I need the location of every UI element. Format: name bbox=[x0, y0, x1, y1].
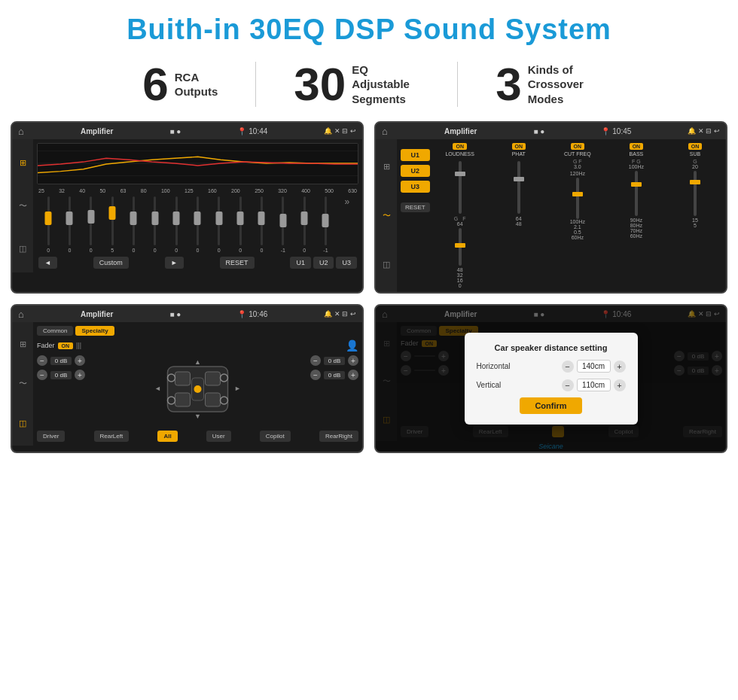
vol-row-2: − 0 dB + bbox=[37, 370, 85, 380]
all-btn[interactable]: All bbox=[157, 431, 177, 442]
action-icons-3: 🔔 ✕ ⊟ ↩ bbox=[324, 310, 356, 318]
fader-tabs: Common Specialty bbox=[37, 326, 358, 336]
vol-plus-4[interactable]: + bbox=[348, 370, 358, 380]
vertical-row: Vertical − 110cm + bbox=[477, 379, 626, 391]
eq-graph bbox=[37, 143, 358, 184]
sidebar-icon-eq[interactable]: ⊞ bbox=[381, 160, 392, 174]
vol-row-1: − 0 dB + bbox=[37, 355, 85, 366]
reset-crossover[interactable]: RESET bbox=[401, 202, 430, 212]
vol-plus-1[interactable]: + bbox=[75, 355, 85, 366]
vertical-minus[interactable]: − bbox=[562, 379, 574, 391]
vertical-label: Vertical bbox=[477, 381, 502, 389]
u3-btn-1[interactable]: U3 bbox=[336, 257, 357, 269]
stat-rca: 6 RCAOutputs bbox=[105, 61, 255, 108]
status-3: 📍 10:46 bbox=[237, 310, 267, 318]
driver-btn[interactable]: Driver bbox=[37, 431, 65, 442]
screens-grid: ⌂ Amplifier ■ ● 📍 10:44 🔔 ✕ ⊟ ↩ ⊞ 〜 ◫ bbox=[0, 121, 738, 461]
screen-dialog: ⌂ Amplifier ■ ● 📍 10:46 🔔 ✕ ⊟ ↩ ⊞ 〜 ◫ Co… bbox=[374, 304, 727, 453]
vol-val-3: 0 dB bbox=[324, 357, 345, 365]
sidebar-icon-speaker2[interactable]: ◫ bbox=[380, 257, 392, 272]
vol-plus-3[interactable]: + bbox=[348, 355, 358, 366]
play-btn[interactable]: ► bbox=[165, 257, 184, 269]
horizontal-label: Horizontal bbox=[477, 362, 511, 370]
stat-crossover: 3 Kinds ofCrossover Modes bbox=[458, 61, 633, 108]
loudness-label: LOUDNESS bbox=[445, 151, 474, 157]
status-1: 📍 10:44 bbox=[237, 127, 267, 135]
horizontal-row: Horizontal − 140cm + bbox=[477, 360, 626, 373]
user-icon[interactable]: 👤 bbox=[346, 339, 358, 352]
tab-specialty[interactable]: Specialty bbox=[75, 326, 114, 336]
sidebar-icon-f3[interactable]: ◫ bbox=[17, 416, 29, 431]
custom-mode-btn[interactable]: Custom bbox=[93, 257, 129, 269]
svg-text:◄: ◄ bbox=[154, 385, 161, 392]
dialog-overlay: Car speaker distance setting Horizontal … bbox=[376, 306, 726, 452]
home-icon-2[interactable]: ⌂ bbox=[382, 126, 388, 137]
cutfreq-on[interactable]: ON bbox=[571, 143, 585, 150]
bass-on[interactable]: ON bbox=[630, 143, 644, 150]
sidebar-icon-wave2[interactable]: 〜 bbox=[380, 208, 393, 224]
app-title-2: Amplifier bbox=[444, 127, 477, 135]
vol-plus-2[interactable]: + bbox=[75, 370, 85, 380]
vol-minus-2[interactable]: − bbox=[37, 370, 47, 380]
horizontal-controls: − 140cm + bbox=[562, 360, 626, 373]
loudness-on[interactable]: ON bbox=[453, 143, 467, 150]
svg-text:▼: ▼ bbox=[194, 412, 201, 420]
stat-label-eq: EQ AdjustableSegments bbox=[352, 62, 419, 107]
u2-select[interactable]: U2 bbox=[401, 165, 430, 177]
reset-btn-1[interactable]: RESET bbox=[220, 257, 255, 269]
stats-row: 6 RCAOutputs 30 EQ AdjustableSegments 3 … bbox=[0, 53, 738, 121]
fader-label: Fader bbox=[37, 342, 55, 349]
vol-val-2: 0 dB bbox=[50, 371, 72, 379]
phat-on[interactable]: ON bbox=[512, 143, 526, 150]
android-bar-3: ⌂ Amplifier ■ ● 📍 10:46 🔔 ✕ ⊟ ↩ bbox=[12, 306, 362, 322]
sidebar-icon-settings[interactable]: ⊞ bbox=[17, 156, 29, 170]
speaker-bottom-btns: Driver RearLeft All User Copilot RearRig… bbox=[37, 431, 358, 442]
eq-sliders: 0 0 0 5 0 0 0 0 0 0 0 -1 0 -1 » bbox=[37, 196, 358, 253]
svg-rect-7 bbox=[206, 372, 221, 385]
user-preset-btn[interactable]: User bbox=[206, 431, 231, 442]
home-icon-3[interactable]: ⌂ bbox=[18, 309, 24, 320]
sidebar-fader: ⊞ 〜 ◫ bbox=[12, 322, 33, 446]
sidebar-crossover: ⊞ 〜 ◫ bbox=[376, 139, 397, 292]
sidebar-icon-wave[interactable]: 〜 bbox=[17, 198, 29, 214]
sub-on[interactable]: ON bbox=[688, 143, 703, 150]
svg-rect-8 bbox=[175, 393, 191, 406]
svg-point-11 bbox=[194, 385, 202, 393]
stat-eq: 30 EQ AdjustableSegments bbox=[256, 61, 457, 108]
horizontal-minus[interactable]: − bbox=[562, 361, 574, 373]
sidebar-icon-f1[interactable]: ⊞ bbox=[17, 337, 29, 352]
u2-btn-1[interactable]: U2 bbox=[313, 257, 334, 269]
stat-label-crossover: Kinds ofCrossover Modes bbox=[528, 62, 596, 107]
eq-freq-labels: 253240506380100125160200250320400500630 bbox=[37, 188, 358, 193]
copilot-btn[interactable]: Copilot bbox=[260, 431, 291, 442]
vertical-plus[interactable]: + bbox=[614, 379, 626, 391]
rearright-btn[interactable]: RearRight bbox=[319, 431, 358, 442]
distance-dialog: Car speaker distance setting Horizontal … bbox=[465, 333, 638, 425]
sub-label: SUB bbox=[690, 151, 700, 157]
vol-minus-1[interactable]: − bbox=[37, 355, 47, 366]
u1-btn-1[interactable]: U1 bbox=[290, 257, 311, 269]
tab-common[interactable]: Common bbox=[37, 326, 73, 336]
sidebar-icon-speaker[interactable]: ◫ bbox=[17, 242, 29, 256]
vol-val-1: 0 dB bbox=[50, 357, 72, 365]
vol-minus-3[interactable]: − bbox=[310, 355, 321, 366]
horizontal-plus[interactable]: + bbox=[614, 361, 626, 373]
stat-number-30: 30 bbox=[294, 61, 346, 108]
bass-label: BASS bbox=[630, 151, 644, 157]
screen-fader: ⌂ Amplifier ■ ● 📍 10:46 🔔 ✕ ⊟ ↩ ⊞ 〜 ◫ Co… bbox=[11, 304, 364, 453]
confirm-button[interactable]: Confirm bbox=[520, 397, 581, 414]
cutfreq-label: CUT FREQ bbox=[564, 151, 591, 157]
u3-select[interactable]: U3 bbox=[401, 181, 430, 193]
u-buttons-col: U1 U2 U3 RESET bbox=[401, 143, 430, 288]
android-bar-1: ⌂ Amplifier ■ ● 📍 10:44 🔔 ✕ ⊟ ↩ bbox=[12, 123, 362, 139]
home-icon-1[interactable]: ⌂ bbox=[18, 126, 24, 137]
sidebar-icon-f2[interactable]: 〜 bbox=[17, 376, 29, 391]
screen-crossover: ⌂ Amplifier ■ ● 📍 10:45 🔔 ✕ ⊟ ↩ ⊞ 〜 ◫ U1… bbox=[374, 121, 727, 294]
android-bar-2: ⌂ Amplifier ■ ● 📍 10:45 🔔 ✕ ⊟ ↩ bbox=[376, 123, 726, 139]
u1-select[interactable]: U1 bbox=[401, 149, 430, 161]
vol-minus-4[interactable]: − bbox=[310, 370, 321, 380]
vol-row-3: − 0 dB + bbox=[310, 355, 358, 366]
app-title-1: Amplifier bbox=[81, 127, 113, 135]
prev-btn[interactable]: ◄ bbox=[38, 257, 57, 269]
rearleft-btn[interactable]: RearLeft bbox=[94, 431, 130, 442]
